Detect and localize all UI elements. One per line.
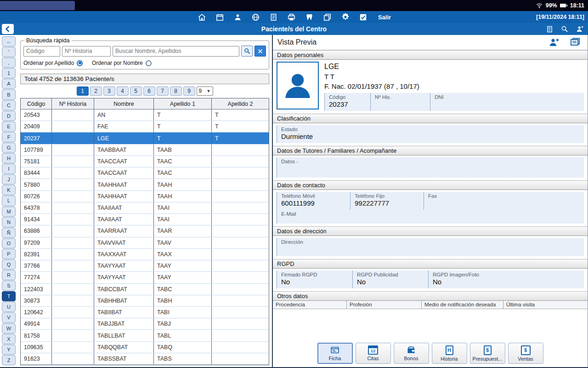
alpha-button-Ñ[interactable]: Ñ <box>2 228 16 238</box>
alpha-button-P[interactable]: P <box>2 249 16 259</box>
alpha-button-X[interactable]: X <box>2 334 16 344</box>
column-header-codigo[interactable]: Código <box>21 98 52 109</box>
column-header-apellido2[interactable]: Apellido 2 <box>212 98 269 109</box>
table-row[interactable]: 20237LGETT <box>21 132 269 144</box>
alpha-button-Y[interactable]: Y <box>2 345 16 355</box>
page-button-8[interactable]: 8 <box>170 86 182 96</box>
table-row[interactable]: 120642TABIIBATTABI <box>21 307 269 318</box>
alpha-button-R[interactable]: R <box>2 270 16 280</box>
home-icon[interactable] <box>197 12 207 22</box>
column-header-apellido1[interactable]: Apellido 1 <box>154 98 212 109</box>
table-cell: TAAXXAAT <box>94 249 154 260</box>
table-row[interactable]: 77274TAAYYAATTAAY <box>21 272 269 283</box>
ventas-button[interactable]: $ Ventas <box>508 343 543 364</box>
table-row[interactable]: 75181TAACCAATTAAC <box>21 156 269 167</box>
search-button[interactable] <box>241 46 253 57</box>
alpha-button-N[interactable]: N <box>2 217 16 227</box>
settings-gear-icon[interactable] <box>340 12 351 22</box>
order-apellido-radio[interactable] <box>77 60 83 66</box>
nombre-search-input[interactable] <box>113 46 239 57</box>
table-row[interactable]: 82391TAAXXAATTAAX <box>21 249 269 260</box>
table-row[interactable]: 20409FAETT <box>21 121 269 132</box>
table-cell: TABL <box>154 330 212 341</box>
alpha-button-Q[interactable]: Q <box>2 259 16 270</box>
table-row[interactable]: 49914TABJJBATTABJ <box>21 318 269 330</box>
table-row[interactable]: 57880TAAHHAATTAAH <box>21 179 269 190</box>
patient-icon[interactable] <box>233 12 243 22</box>
presupuestos-button[interactable]: $ Presupuest... <box>470 343 505 364</box>
alpha-button-D[interactable]: D <box>2 111 16 121</box>
alpha-button-H[interactable]: H <box>2 153 16 163</box>
search-icon[interactable] <box>560 24 569 34</box>
page-button-9[interactable]: 9 <box>183 86 195 96</box>
patient-add-button[interactable] <box>546 36 562 48</box>
alpha-button-O[interactable]: O <box>2 238 16 248</box>
table-row[interactable]: 64378TAAIIAATTAAI <box>21 202 269 214</box>
alpha-button-M[interactable]: M <box>2 207 16 217</box>
table-row[interactable]: 30873TABHHBATTABH <box>21 295 269 307</box>
page-button-3[interactable]: 3 <box>103 86 115 96</box>
tooth-icon[interactable] <box>305 12 315 22</box>
alpha-button-'[interactable]: ' <box>2 47 16 57</box>
alpha-button-E[interactable]: E <box>2 121 16 132</box>
back-button[interactable] <box>2 24 14 34</box>
table-row[interactable]: 97209TAAVVAATTAAV <box>21 237 269 249</box>
alpha-button-C[interactable]: C <box>2 100 16 110</box>
alpha-button-K[interactable]: K <box>2 185 16 195</box>
notes-icon[interactable] <box>545 24 554 34</box>
table-row[interactable]: 109635TABQQBATTABQ <box>21 342 269 353</box>
table-row[interactable]: 37766TAAYYAATTAAY <box>21 260 269 272</box>
alpha-button-G[interactable]: G <box>2 143 16 153</box>
table-row[interactable]: 122403TABCCBATTABC <box>21 284 269 295</box>
salir-button[interactable]: Salir <box>378 14 391 21</box>
alpha-button-S[interactable]: S <box>2 281 16 291</box>
table-row[interactable]: 83444TAACCAATTAAC <box>21 167 269 179</box>
printer-icon[interactable] <box>287 12 297 22</box>
globe-icon[interactable] <box>251 12 261 22</box>
page-button-7[interactable]: 7 <box>157 86 169 96</box>
page-button-5[interactable]: 5 <box>130 86 142 96</box>
table-row[interactable]: 91623TABSSBATTABS <box>21 353 269 365</box>
ficha-button[interactable]: Ficha <box>317 343 353 364</box>
table-row[interactable]: 63886TAARRAATTAAR <box>21 225 269 237</box>
table-row[interactable]: 81758TABLLBATTABL <box>21 330 269 341</box>
page-button-2[interactable]: 2 <box>90 86 102 96</box>
alpha-button-L[interactable]: L <box>2 196 16 206</box>
historia-button[interactable]: H Historia <box>432 343 467 364</box>
table-row[interactable]: 20543ANTT <box>21 109 269 121</box>
clear-search-button[interactable] <box>254 46 266 57</box>
alpha-button-W[interactable]: W <box>2 323 16 334</box>
page-size-select[interactable]: 9▼ <box>197 86 213 96</box>
alpha-button-I[interactable]: I <box>2 164 16 174</box>
alpha-button-,[interactable]: , <box>2 58 16 68</box>
column-header-nombre[interactable]: Nombre <box>94 98 154 109</box>
codigo-input[interactable] <box>23 46 60 57</box>
order-nombre-radio[interactable] <box>146 60 152 66</box>
column-header-historia[interactable]: Nº Historia <box>52 98 94 109</box>
table-row[interactable]: 80726TAAHHAATTAAH <box>21 191 269 202</box>
bonos-button[interactable]: Bonos <box>394 343 429 364</box>
historia-input[interactable] <box>62 46 111 57</box>
table-row[interactable]: 91434TAAIIAATTAAI <box>21 214 269 225</box>
document-icon[interactable] <box>269 12 279 22</box>
page-button-4[interactable]: 4 <box>117 86 129 96</box>
tasks-check-icon[interactable] <box>358 12 368 22</box>
patient-small-icon[interactable] <box>575 24 584 34</box>
page-button-1[interactable]: 1 <box>77 86 89 96</box>
alpha-button-J[interactable]: J <box>2 174 16 184</box>
alpha-button-B[interactable]: B <box>2 89 16 99</box>
alpha-button-←[interactable]: ← <box>2 36 16 46</box>
calendar-icon[interactable] <box>215 12 225 22</box>
alpha-button-U[interactable]: U <box>2 302 16 312</box>
alpha-button-T[interactable]: T <box>2 291 16 301</box>
alpha-button-Z[interactable]: Z <box>2 355 16 365</box>
citas-button[interactable]: 12 Citas <box>356 343 391 364</box>
alpha-button-A[interactable]: A <box>2 79 16 89</box>
alpha-button-V[interactable]: V <box>2 312 16 322</box>
page-button-6[interactable]: 6 <box>143 86 155 96</box>
patient-card-button[interactable] <box>567 36 583 48</box>
alpha-button-F[interactable]: F <box>2 132 16 142</box>
alpha-button-1[interactable]: 1 <box>2 68 16 78</box>
cards-icon[interactable] <box>322 12 333 22</box>
table-row[interactable]: 107789TAABBAATTAAB <box>21 144 269 156</box>
